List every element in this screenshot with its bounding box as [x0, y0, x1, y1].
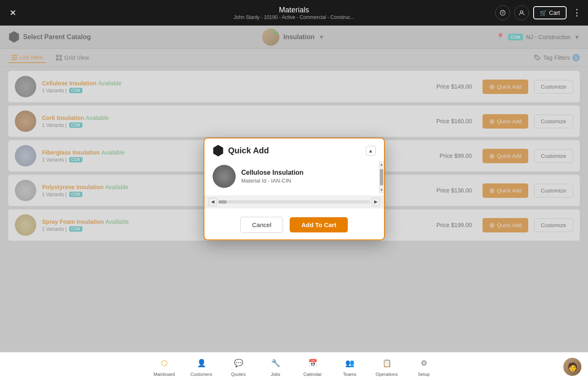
nav-icon-customers: 👤 — [194, 356, 208, 370]
modal-product-name: Cellulose Insulation — [241, 169, 304, 176]
modal-add-to-cart-button[interactable]: Add To Cart — [290, 217, 348, 232]
modal-title: Quick Add — [228, 146, 269, 155]
nav-icon-teams: 👥 — [343, 356, 357, 370]
more-button[interactable]: ⋮ — [572, 7, 581, 18]
page-title: Materials — [234, 6, 354, 14]
page-subtitle: John Stanly - 10190 - Active - Commercia… — [234, 14, 354, 20]
cart-button[interactable]: 🛒 Cart — [533, 6, 567, 19]
header-right-actions: 🛒 Cart ⋮ — [495, 5, 581, 20]
modal-h-scroll-left[interactable]: ◀ — [208, 198, 217, 206]
modal-h-track — [218, 200, 370, 204]
close-button[interactable]: ✕ — [7, 8, 19, 18]
modal-title-group: Quick Add — [213, 145, 269, 157]
modal-overlay: Quick Add ▲ Cellulose Insulation Materia… — [0, 26, 588, 352]
nav-icon-jobs: 🔧 — [269, 356, 283, 370]
top-header: ✕ Materials John Stanly - 10190 - Active… — [0, 0, 588, 26]
svg-point-0 — [500, 10, 505, 15]
modal-scrollbar-down[interactable]: ▼ — [380, 186, 384, 194]
nav-item-operations[interactable]: 📋 Operations — [368, 356, 405, 377]
cart-icon: 🛒 — [540, 9, 547, 16]
svg-point-3 — [520, 11, 523, 13]
nav-label-mainboard: Mainboard — [154, 372, 175, 377]
modal-h-scroll-right[interactable]: ▶ — [372, 198, 380, 206]
modal-hex-icon — [213, 145, 224, 157]
bottom-navigation: ⬡ Mainboard 👤 Customers 💬 Quotes 🔧 Jobs … — [0, 352, 588, 380]
modal-cancel-button[interactable]: Cancel — [240, 217, 283, 233]
nav-label-operations: Operations — [376, 372, 398, 377]
nav-label-jobs: Jobs — [271, 372, 280, 377]
nav-label-teams: Teams — [343, 372, 356, 377]
nav-item-setup[interactable]: ⚙ Setup — [405, 356, 443, 377]
nav-item-customers[interactable]: 👤 Customers — [183, 356, 220, 377]
nav-item-teams[interactable]: 👥 Teams — [331, 356, 368, 377]
modal-product-thumbnail — [213, 165, 236, 188]
modal-product-row: Cellulose Insulation Material Id - IAN-C… — [204, 161, 384, 194]
modal-header: Quick Add ▲ — [204, 138, 384, 161]
nav-icon-mainboard: ⬡ — [157, 356, 171, 370]
modal-h-thumb — [218, 200, 227, 204]
nav-icon-calendar: 📅 — [306, 356, 320, 370]
cart-label: Cart — [549, 9, 560, 16]
nav-icon-setup: ⚙ — [417, 356, 431, 370]
modal-product-info: Cellulose Insulation Material Id - IAN-C… — [241, 169, 304, 184]
modal-scroll-thumb — [380, 169, 383, 185]
user-avatar[interactable]: 🧑 — [563, 358, 581, 376]
modal-scroll-up-button[interactable]: ▲ — [366, 146, 376, 156]
modal-horizontal-scroll: ◀ ▶ — [204, 195, 384, 209]
nav-label-customers: Customers — [190, 372, 212, 377]
person-icon-button[interactable] — [514, 5, 529, 20]
modal-scroll-track — [380, 169, 383, 185]
filter-icon-button[interactable] — [495, 5, 510, 20]
modal-product-material-id: Material Id - IAN-CIN — [241, 178, 304, 184]
modal-footer: Cancel Add To Cart — [204, 210, 384, 239]
quick-add-modal: Quick Add ▲ Cellulose Insulation Materia… — [204, 138, 385, 240]
nav-item-calendar[interactable]: 📅 Calendar — [294, 356, 331, 377]
nav-icon-quotes: 💬 — [232, 356, 246, 370]
title-group: Materials John Stanly - 10190 - Active -… — [234, 6, 354, 20]
nav-label-quotes: Quotes — [231, 372, 246, 377]
nav-item-mainboard[interactable]: ⬡ Mainboard — [146, 356, 183, 377]
nav-label-setup: Setup — [418, 372, 430, 377]
modal-right-scrollbar: ▲ ▼ — [379, 161, 384, 194]
modal-scrollbar-up[interactable]: ▲ — [380, 161, 384, 168]
nav-icon-operations: 📋 — [380, 356, 394, 370]
nav-item-quotes[interactable]: 💬 Quotes — [220, 356, 257, 377]
nav-item-jobs[interactable]: 🔧 Jobs — [257, 356, 294, 377]
nav-label-calendar: Calendar — [303, 372, 322, 377]
